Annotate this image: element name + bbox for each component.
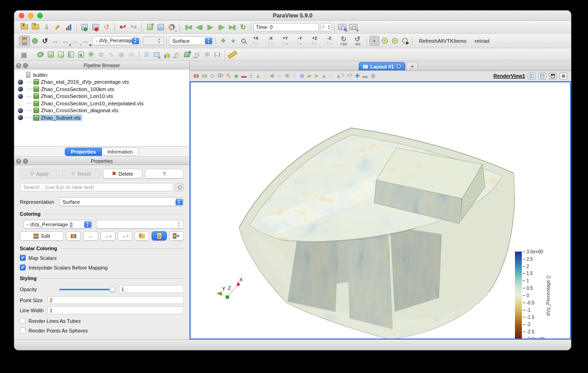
temporal-interpolator-button[interactable]: ✻	[202, 50, 212, 60]
edit-scalar-bar-button[interactable]: 👁︎	[169, 231, 184, 241]
rescale-to-visible-range-button[interactable]: ↔a	[80, 36, 90, 46]
reset-button[interactable]: ⊘Reset	[62, 169, 101, 178]
rotate-90-ccw-button[interactable]: ↺-90	[351, 35, 364, 46]
remove-annotation-icon[interactable]: ▬	[362, 73, 368, 79]
extract-group-filter-button[interactable]: ⊚	[126, 50, 136, 60]
tab-properties[interactable]: Properties	[65, 148, 102, 156]
delete-button[interactable]: ✖Delete	[103, 169, 142, 178]
tab-information[interactable]: Information	[102, 148, 139, 156]
show-scalar-bar-button[interactable]	[152, 231, 166, 241]
hover-points-icon[interactable]: ⁙	[292, 73, 297, 79]
close-window-button[interactable]	[19, 13, 24, 18]
render-lines-as-tubes-checkbox[interactable]	[20, 318, 26, 324]
point-size-input[interactable]: 2	[47, 296, 184, 304]
split-horizontal-button[interactable]	[528, 73, 536, 80]
pipeline-item[interactable]: Zhao_etal_2016_dVp_percentage.vts	[14, 79, 189, 86]
last-frame-button[interactable]: ▶▮	[226, 22, 237, 33]
loop-button[interactable]: ↻	[237, 22, 249, 33]
opacity-slider[interactable]	[59, 286, 115, 292]
apply-button[interactable]: ⚲Apply	[20, 169, 59, 178]
rotate-90-cw-button[interactable]: ↻+90	[337, 35, 351, 46]
pipeline-item-selected[interactable]: Zhao_Subset.vts	[14, 114, 189, 121]
map-scalars-checkbox[interactable]: ✓	[20, 255, 26, 261]
grow-selection-icon[interactable]: ⊕	[300, 73, 304, 79]
color-legend[interactable]: 3.0e+00 2.5 2 1.5 1 0.5 0 -0.5 -1 -1.5 -…	[515, 249, 557, 339]
group-datasets-filter-button[interactable]: ⊚	[116, 50, 126, 60]
color-array-selector[interactable]: • dVp_Percentage [] ▲▼	[92, 36, 140, 45]
set-view-plus-x-button[interactable]: +X↑←	[249, 36, 263, 46]
next-frame-button[interactable]: ▮▶	[215, 22, 226, 33]
set-view-minus-z-button[interactable]: -Z↑→	[322, 36, 337, 46]
add-layout-tab[interactable]: +	[406, 62, 418, 70]
rescale-to-data-button[interactable]: ↔	[83, 231, 98, 241]
histogram-filter-button[interactable]	[162, 50, 172, 60]
select-surface-points-icon[interactable]: ◆	[234, 73, 238, 79]
pipeline-item[interactable]: Zhao_CrossSection_100km.vts	[14, 86, 189, 93]
split-vertical-button[interactable]	[538, 73, 546, 80]
cell-help-icon[interactable]: ▲?	[336, 73, 345, 79]
maximize-view-button[interactable]	[549, 73, 557, 80]
play-button[interactable]: ▶	[204, 22, 215, 33]
visibility-eye-icon[interactable]	[18, 80, 23, 85]
time-index-spinner[interactable]: 0▲▼	[321, 23, 332, 31]
point-help-icon[interactable]: •?	[347, 73, 352, 79]
select-points-icon[interactable]: ∴	[264, 73, 267, 79]
color-palette-button[interactable]: ⌄	[166, 22, 177, 33]
threshold-filter-button[interactable]	[66, 50, 76, 60]
plot-selection-over-time-button[interactable]: ◷〰	[192, 50, 202, 60]
first-frame-button[interactable]: ▮◀	[182, 22, 193, 33]
save-data-button[interactable]: ▼	[30, 22, 41, 33]
rescale-to-temporal-range-button[interactable]: ↔t	[70, 36, 80, 46]
component-selector[interactable]: ▲▼	[143, 36, 164, 45]
zoom-to-data-button[interactable]: ✛●	[228, 36, 238, 46]
rescale-to-custom-range-button[interactable]: ↔c	[60, 36, 70, 46]
zoom-to-box-button[interactable]	[238, 36, 249, 46]
toggle-3d-button[interactable]: 3D	[217, 74, 223, 78]
pipeline-item[interactable]: Zhao_CrossSection_Lon10.vts	[14, 93, 189, 100]
rotate-camera-ccw-button[interactable]	[390, 36, 400, 46]
trash-icon[interactable]: 🗑︎	[371, 73, 376, 79]
reset-camera-button[interactable]: ✥	[218, 36, 228, 46]
plot-over-line-button[interactable]: ◴〰	[172, 50, 182, 60]
set-view-plus-z-button[interactable]: +Z↑←	[307, 36, 322, 46]
save-animation-button[interactable]	[63, 22, 74, 33]
pick-center-button[interactable]: ➤	[400, 36, 410, 46]
set-view-plus-y-button[interactable]: +Y↑→	[278, 36, 293, 46]
render-points-as-spheres-checkbox[interactable]	[20, 327, 26, 333]
programmable-filter-button[interactable]: {..}	[212, 50, 222, 60]
edit-color-map-button[interactable]: Edit	[20, 231, 64, 241]
extract-selection-button[interactable]: ✳	[152, 50, 162, 60]
contour-filter-button[interactable]	[35, 50, 45, 60]
set-view-minus-y-button[interactable]: -Y↑←	[293, 36, 307, 46]
opacity-slider-knob[interactable]	[109, 286, 115, 292]
rescale-to-custom-button[interactable]: ↔c	[101, 231, 115, 241]
ruler-button[interactable]	[227, 50, 237, 60]
connect-server-button[interactable]	[79, 22, 90, 33]
reset-session-button[interactable]: ↺	[101, 22, 112, 33]
zoom-window-button[interactable]	[37, 13, 43, 18]
previous-frame-button[interactable]: ◀▮	[193, 22, 204, 33]
close-tab-icon[interactable]: ✕	[396, 64, 401, 69]
select-through-icon[interactable]: ±	[249, 73, 253, 79]
box-select-icon[interactable]: ▰	[307, 73, 311, 79]
extract-subset-filter-button[interactable]	[76, 50, 86, 60]
time-field[interactable]: Time: 0	[254, 23, 319, 31]
find-data-button[interactable]	[155, 22, 166, 33]
opacity-value-input[interactable]: 1	[119, 285, 184, 293]
render-view-name[interactable]: RenderView1	[493, 73, 525, 79]
set-view-minus-x-button[interactable]: -X↑→	[263, 36, 278, 46]
representation-dropdown[interactable]: Surface ▲▼	[59, 197, 184, 206]
calculator-filter-button[interactable]: ▦	[19, 50, 29, 60]
visibility-eye-icon[interactable]	[18, 115, 23, 120]
toggle-color-legend-button[interactable]	[19, 35, 30, 46]
plot-data-button[interactable]: ✎	[182, 50, 192, 60]
interpolate-scalars-checkbox[interactable]: ✓	[20, 264, 26, 270]
visibility-eye-icon[interactable]	[18, 86, 23, 92]
open-file-button[interactable]: ▲	[19, 22, 30, 33]
line-width-input[interactable]: 1	[47, 306, 184, 314]
help-button[interactable]: ?	[145, 169, 184, 178]
undo-button[interactable]: ↩	[117, 22, 128, 33]
select-cells-icon[interactable]: ▲	[255, 73, 261, 79]
add-camera-link-button[interactable]: +	[348, 22, 359, 33]
pick-icon[interactable]: ➤	[314, 73, 318, 79]
